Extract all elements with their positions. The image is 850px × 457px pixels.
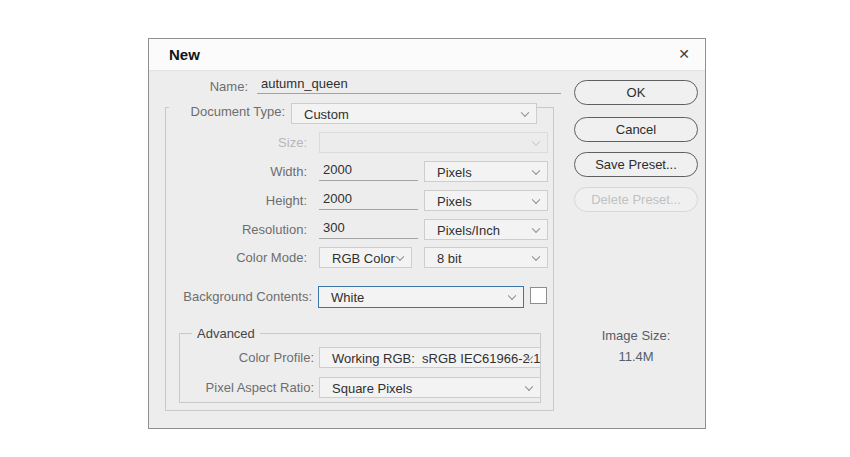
ok-button[interactable]: OK	[574, 80, 698, 105]
color-mode-value: RGB Color	[332, 250, 395, 265]
document-type-value: Custom	[304, 106, 349, 121]
advanced-legend: Advanced	[192, 326, 260, 341]
delete-preset-button: Delete Preset...	[574, 187, 698, 212]
document-type-dropdown[interactable]: Custom	[291, 103, 537, 124]
background-color-swatch[interactable]	[530, 287, 547, 304]
resolution-unit-value: Pixels/Inch	[437, 222, 500, 237]
chevron-down-icon	[396, 252, 404, 260]
dialog-title: New	[169, 39, 200, 70]
image-size-value: 11.4M	[574, 349, 698, 365]
color-mode-dropdown[interactable]: RGB Color	[319, 247, 412, 268]
cancel-button[interactable]: Cancel	[574, 117, 698, 142]
name-label: Name:	[149, 79, 248, 95]
pixel-aspect-ratio-dropdown[interactable]: Square Pixels	[319, 377, 541, 398]
image-size-label: Image Size:	[574, 328, 698, 344]
width-unit-dropdown[interactable]: Pixels	[424, 161, 548, 182]
color-profile-dropdown[interactable]: Working RGB: sRGB IEC61966-2.1	[319, 347, 541, 368]
background-contents-dropdown[interactable]: White	[318, 286, 524, 308]
bit-depth-dropdown[interactable]: 8 bit	[424, 247, 548, 268]
dialog-titlebar: New ✕	[149, 39, 705, 71]
bit-depth-value: 8 bit	[437, 250, 462, 265]
background-contents-value: White	[331, 290, 364, 305]
chevron-down-icon	[525, 382, 533, 390]
chevron-down-icon	[532, 252, 540, 260]
chevron-down-icon	[532, 166, 540, 174]
new-document-dialog: New ✕ Advanced Name: Document Type: Cust…	[148, 38, 706, 429]
height-unit-value: Pixels	[437, 193, 472, 208]
save-preset-button[interactable]: Save Preset...	[574, 152, 698, 177]
size-dropdown	[319, 132, 548, 153]
document-type-label: Document Type:	[169, 104, 291, 120]
chevron-down-icon	[532, 137, 540, 145]
width-unit-value: Pixels	[437, 164, 472, 179]
chevron-down-icon	[532, 195, 540, 203]
chevron-down-icon	[532, 224, 540, 232]
resolution-unit-dropdown[interactable]: Pixels/Inch	[424, 219, 548, 240]
pixel-aspect-ratio-value: Square Pixels	[332, 380, 412, 395]
close-icon[interactable]: ✕	[674, 39, 694, 70]
color-profile-value: Working RGB: sRGB IEC61966-2.1	[332, 350, 541, 365]
chevron-down-icon	[521, 108, 529, 116]
name-input[interactable]	[257, 75, 561, 94]
chevron-down-icon	[508, 292, 516, 300]
height-unit-dropdown[interactable]: Pixels	[424, 190, 548, 211]
